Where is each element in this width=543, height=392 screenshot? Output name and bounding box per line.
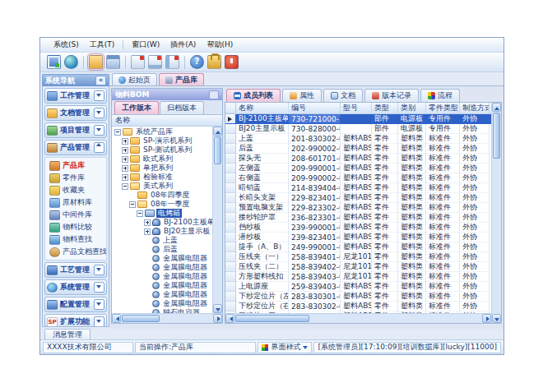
row-selector[interactable] [225,173,236,183]
tree-node-金属膜电阻器[interactable]: 金属膜电阻器 [112,299,212,308]
table-row[interactable]: 方形塑料线扣258-839403-00I尼龙1010零件塑料类标准件外协条 [225,272,491,282]
collapse-icon[interactable] [122,183,128,190]
tab-起始页[interactable]: 起始页 [112,73,157,85]
ui-style-button[interactable]: 界面样式 [258,342,312,353]
tree-scroll-thumb[interactable] [214,136,221,164]
tab-文档[interactable]: 文档 [323,89,363,102]
help-icon[interactable] [190,55,204,69]
tree-node-检验标准[interactable]: 检验标准 [112,173,212,182]
chevron-down-icon[interactable] [94,316,104,327]
sidebar-item-物料查找[interactable]: 物料查找 [45,233,106,246]
sidebar-section-产品管理[interactable]: 产品管理 [44,140,107,155]
row-selector[interactable] [225,252,236,262]
table-scroll-thumb[interactable] [493,113,500,159]
row-selector[interactable] [225,213,236,223]
tab-属性[interactable]: 属性 [282,89,322,102]
table-horizontal-scrollbar[interactable] [225,313,491,323]
expand-icon[interactable] [122,147,128,154]
lock-icon[interactable] [207,55,221,69]
scroll-up-icon[interactable] [492,103,501,112]
table-row[interactable]: 潜纱板239-823401-00I塑料ABS零件塑料类标准件外协条 [225,233,491,242]
row-selector[interactable] [225,183,236,193]
row-selector[interactable] [225,292,236,302]
sidebar-item-零件库[interactable]: 零件库 [45,172,106,184]
row-selector[interactable] [225,134,236,144]
workspace-monitor-icon[interactable] [47,55,61,69]
table-row[interactable]: 左侧盖209-990001-01I塑料ABS零件塑料类标准件外协条 [225,164,491,173]
row-selector[interactable] [225,154,236,164]
table-row[interactable]: 后盖202-990002-01I塑料ABS零件塑料类标准件外协条 [225,144,491,154]
menu-item-2[interactable]: 工具(T) [85,39,120,51]
table-row[interactable]: 暗销盖214-839404-01I塑料ABS零件塑料类标准件外协条 [225,183,491,193]
scroll-right-icon[interactable] [213,314,222,323]
message-send-icon[interactable] [165,55,179,69]
sidebar-item-收藏夹[interactable]: 收藏夹 [45,184,106,196]
exit-icon[interactable] [225,55,239,69]
table-row[interactable]: 上电源座259-839403-00I塑料ABS零件塑料类标准件外协条 [225,282,491,292]
scroll-left-icon[interactable] [225,314,234,323]
row-selector[interactable] [225,302,236,311]
web-globe-icon[interactable] [64,55,78,69]
row-selector[interactable] [225,193,236,203]
table-row[interactable]: 下纱定位片（左）283-830301-00I塑料ABS零件塑料类标准件外协条 [225,292,491,302]
column-header-型号[interactable]: 型号 [341,103,372,113]
collapse-icon[interactable] [129,201,136,208]
sidebar-section-工艺管理[interactable]: 工艺管理 [44,262,107,278]
expand-icon[interactable] [122,165,128,172]
sidebar-section-配置管理[interactable]: 配置管理 [44,297,107,312]
tree-node-SP-演示机系列[interactable]: SP-演示机系列 [112,136,212,145]
sidebar-section-扩展功能[interactable]: 扩展功能 [44,314,107,327]
menu-item-4[interactable]: 插件(A) [165,39,201,51]
tree-node-金属膜电阻器[interactable]: 金属膜电阻器 [112,290,212,299]
table-vertical-scrollbar[interactable] [491,103,501,323]
column-header-名称[interactable]: 名称 [236,103,289,113]
table-row[interactable]: 上盖201-830302-00I塑料ABS零件塑料类标准件外协条 [225,134,491,144]
tree-node-金属膜电阻器[interactable]: 金属膜电阻器 [112,281,212,290]
table-row[interactable]: 提手（A、B）249-990001-01I塑料ABS零件塑料类标准件外协条 [225,242,491,252]
row-selector[interactable] [225,282,236,292]
chevron-down-icon[interactable] [94,90,104,101]
tab-归档版本[interactable]: 归档版本 [160,101,204,114]
menu-item-1[interactable]: 系统(S) [49,39,84,51]
message-manager-tab[interactable]: 消息管理 [44,329,90,339]
table-hscroll-thumb[interactable] [235,315,309,322]
row-selector[interactable] [225,114,236,124]
menu-item-3[interactable]: 窗口(W) [127,39,165,51]
sidebar-section-项目管理[interactable]: 项目管理 [44,122,107,138]
chevron-down-icon[interactable] [94,108,104,118]
collapse-icon[interactable] [114,129,121,136]
tab-产品库[interactable]: 产品库 [159,73,204,85]
table-row[interactable]: BJ20主显示板730-828000-04I部件电源板专用件外协颗 [225,124,491,134]
expand-icon[interactable] [122,174,128,181]
table-row[interactable]: 接纱轮护罩236-823301-00I塑料ABS零件塑料类标准件外协条 [225,213,491,223]
tree-column-header[interactable]: 名称 [112,115,222,127]
table-row[interactable]: 压线夹（一）258-839401-00I尼龙1010零件塑料类标准件外协条 [225,252,491,262]
tree-hscroll-thumb[interactable] [122,315,160,322]
table-row[interactable]: BJ-2100主板单点730-721000-12I部件电源板专用件外协颗 [225,114,491,124]
sidebar-item-物料比较[interactable]: 物料比较 [45,221,106,233]
tab-流程[interactable]: 流程 [420,89,460,102]
collapse-icon[interactable] [137,210,143,217]
chevron-down-icon[interactable] [94,282,104,293]
table-row[interactable]: 右侧盖209-990002-01I塑料ABS零件塑料类标准件外协条 [225,173,491,183]
sidebar-collapse-icon[interactable]: « [95,76,106,85]
tree-node-欧式系列[interactable]: 欧式系列 [112,154,212,164]
scroll-left-icon[interactable] [112,314,121,323]
window-layout-icon[interactable] [106,55,120,69]
chevron-down-icon[interactable] [94,265,104,275]
tree-node-BJ-2100主板单点[interactable]: BJ-2100主板单点 [112,218,212,227]
tab-版本记录[interactable]: 版本记录 [364,89,419,102]
sidebar-section-工作管理[interactable]: 工作管理 [44,88,107,104]
tree-node-BJ20主显示板[interactable]: BJ20主显示板 [112,227,212,236]
tree-node-金属膜电阻器[interactable]: 金属膜电阻器 [112,254,212,263]
expand-icon[interactable] [144,228,151,235]
scroll-up-icon[interactable] [213,127,222,136]
table-row[interactable]: 下纱定位片（右）283-830302-00I塑料ABS零件塑料类标准件外协条 [225,302,491,311]
tree-node-08年四季度[interactable]: 08年四季度 [112,191,212,200]
column-header-编号[interactable]: 编号 [289,103,341,113]
sidebar-section-系统管理[interactable]: 系统管理 [44,279,107,295]
message-task-icon[interactable] [148,55,162,69]
table-row[interactable]: 挡纱板239-990001-01I塑料ABS零件塑料类标准件外协条 [225,223,491,233]
table-row[interactable]: 压线夹（二）258-839402-00I尼龙1010零件塑料类标准件外协条 [225,262,491,272]
row-selector[interactable] [225,223,236,233]
